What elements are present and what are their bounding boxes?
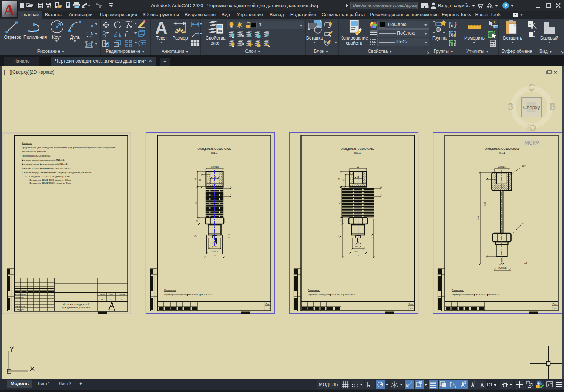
- svg-text:1.4: 1.4: [553, 307, 557, 310]
- svg-text:28: 28: [213, 254, 216, 257]
- svg-text:2: 2: [228, 237, 230, 238]
- svg-text:1123: 1123: [478, 216, 479, 220]
- svg-text:Сверху: Сверху: [523, 105, 540, 110]
- svg-text:10: 10: [196, 220, 198, 222]
- svg-text:Присоединительные размеры:: Присоединительные размеры:: [22, 155, 51, 157]
- svg-text:Проверил: Проверил: [15, 296, 24, 298]
- svg-text:В комплекте представлены черте: В комплекте представлены чертежи следующ…: [22, 171, 92, 174]
- svg-text:Предназначены для охлаждения и: Предназначены для охлаждения и измеряемо…: [22, 146, 115, 149]
- svg-text:Разработал: Разработал: [15, 293, 26, 295]
- svg-text:4: 4: [121, 298, 123, 301]
- svg-text:20: 20: [357, 166, 359, 168]
- svg-text:A: A: [3, 2, 15, 17]
- svg-text:Параметры охлаждения:▮Твх = 35: Параметры охлаждения:▮Твх = 350 °С;▮Твых…: [308, 294, 357, 296]
- svg-text:2: 2: [372, 237, 374, 238]
- svg-text:Н.контроль: Н.контроль: [15, 305, 25, 307]
- svg-text:Охладитель ОС100-ОХ28: Охладитель ОС100-ОХ28: [197, 147, 231, 151]
- svg-text:Примечание:: Примечание:: [308, 289, 319, 291]
- svg-text:20х1,5: 20х1,5: [211, 250, 218, 252]
- svg-text:1.1: 1.1: [109, 298, 113, 301]
- svg-text:61: 61: [195, 201, 197, 204]
- svg-text:Описание:: Описание:: [22, 142, 32, 144]
- svg-text:М20х1,5: М20х1,5: [498, 166, 505, 168]
- svg-text:3: 3: [338, 235, 340, 237]
- svg-text:1.3: 1.3: [410, 307, 413, 310]
- svg-text:19: 19: [199, 179, 201, 181]
- svg-text:Лист: Лист: [109, 293, 114, 295]
- svg-text:Листов: Листов: [119, 293, 125, 295]
- svg-text:М20х1,5: М20х1,5: [211, 166, 219, 168]
- svg-text:Примечание:: Примечание:: [164, 289, 176, 291]
- svg-text:Охладитель ОС100/ОК100: Охладитель ОС100/ОК100: [485, 147, 520, 151]
- svg-text:2: 2: [380, 186, 382, 188]
- svg-text:Параметры охлаждения:▮Твх = 48: Параметры охлаждения:▮Твх = 480 °С;▮Твых…: [452, 294, 501, 296]
- svg-text:Утвердил: Утвердил: [15, 308, 24, 311]
- svg-text:Материал корпуса нержавеющая с: Материал корпуса нержавеющая сталь 12Х18…: [22, 167, 71, 169]
- svg-text:М1:1: М1:1: [354, 151, 361, 154]
- svg-text:24: 24: [338, 178, 340, 180]
- svg-text:10: 10: [340, 220, 342, 222]
- svg-text:Охладитель ОС100-ОХ50 - диамет: Охладитель ОС100-ОХ50 - диаметр - 50 мм.: [29, 179, 71, 181]
- svg-text:В: В: [550, 102, 555, 112]
- svg-text:61: 61: [338, 201, 341, 204]
- svg-text:Охладитель ОС100-ОХ28 - диамет: Охладитель ОС100-ОХ28 - диаметр 28 мм.: [29, 175, 70, 178]
- svg-text:ф17,8: ф17,8: [355, 246, 361, 248]
- svg-text:[—][Сверху][2D-каркас]: [—][Сверху][2D-каркас]: [4, 69, 54, 75]
- svg-text:Стадия: Стадия: [99, 293, 105, 295]
- svg-text:С: С: [529, 83, 535, 92]
- svg-text:З: З: [508, 102, 513, 112]
- svg-text:1108: 1108: [484, 202, 486, 206]
- svg-text:Лист: Лист: [409, 303, 414, 305]
- svg-text:3: 3: [194, 235, 196, 237]
- svg-text:М1:1: М1:1: [499, 151, 505, 154]
- svg-text:Примечание:: Примечание:: [452, 289, 463, 291]
- svg-text:Лист: Лист: [266, 303, 270, 305]
- svg-text:19: 19: [343, 179, 345, 181]
- svg-text:▮на входе среды ▮наружная резь: ▮на входе среды ▮наружная резьба М20х1,5…: [22, 159, 65, 161]
- svg-text:Р: Р: [101, 298, 103, 301]
- svg-text:для датчиков давления: для датчиков давления: [62, 306, 90, 309]
- svg-text:2: 2: [230, 186, 232, 188]
- svg-text:24: 24: [195, 178, 197, 180]
- svg-text:Чертежи охладителей: Чертежи охладителей: [63, 303, 89, 306]
- svg-text:Лист: Лист: [553, 303, 558, 305]
- svg-text:М20х1,5: М20х1,5: [498, 267, 506, 269]
- svg-text:Охладитель ОС100/ОК100 - диаме: Охладитель ОС100/ОК100 - диаметр - 3 мм.: [29, 182, 71, 184]
- svg-text:20х1,5: 20х1,5: [355, 250, 361, 252]
- svg-text:50: 50: [357, 254, 359, 257]
- svg-text:ф17,8: ф17,8: [212, 246, 218, 248]
- svg-text:2: 2: [230, 194, 232, 195]
- svg-text:Ю: Ю: [527, 123, 536, 133]
- svg-text:М1:1: М1:1: [211, 151, 218, 154]
- svg-text:для измерения давления.: для измерения давления.: [22, 151, 46, 153]
- svg-text:1.2: 1.2: [266, 307, 270, 310]
- svg-text:МСК: МСК: [525, 140, 536, 146]
- svg-text:Охладитель ОС100-ОХ50: Охладитель ОС100-ОХ50: [341, 147, 374, 151]
- svg-text:ф3: ф3: [524, 262, 527, 264]
- svg-text:▮на выходе среды ▮внутренняя р: ▮на выходе среды ▮внутренняя резьба М20х…: [22, 163, 68, 165]
- svg-text:S27: S27: [522, 165, 526, 167]
- svg-text:2: 2: [380, 194, 382, 195]
- svg-text:Параметры охлаждения:▮Твх = 28: Параметры охлаждения:▮Твх = 280 °С;▮Твых…: [164, 294, 213, 296]
- svg-text:S27: S27: [522, 222, 526, 224]
